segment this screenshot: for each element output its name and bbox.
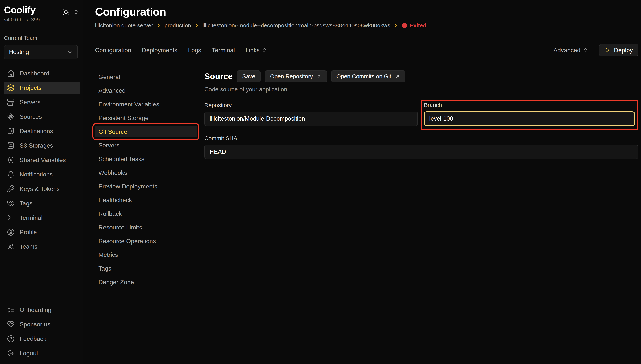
server-icon: [7, 98, 15, 106]
logo-block: Coolify v4.0.0-beta.399: [4, 5, 40, 23]
sidebar-item-teams[interactable]: Teams: [4, 240, 80, 253]
section-title: Source: [204, 72, 233, 81]
parentheses-x-icon: [7, 156, 15, 164]
sidebar-item-servers[interactable]: Servers: [4, 96, 80, 108]
sidebar-item-label: Shared Variables: [20, 156, 66, 164]
settings-nav-item-git-source[interactable]: Git Source: [95, 126, 197, 137]
settings-nav-item-tags[interactable]: Tags: [95, 263, 197, 274]
sidebar-item-shared-variables[interactable]: Shared Variables: [4, 154, 80, 166]
sidebar-item-label: Destinations: [20, 128, 53, 135]
settings-nav-item-scheduled-tasks[interactable]: Scheduled Tasks: [95, 153, 197, 165]
sidebar-item-terminal[interactable]: Terminal: [4, 212, 80, 224]
settings-nav-item-servers[interactable]: Servers: [95, 140, 197, 151]
settings-nav-item-resource-operations[interactable]: Resource Operations: [95, 236, 197, 247]
sidebar-item-profile[interactable]: Profile: [4, 226, 80, 238]
chevrons-up-down-icon[interactable]: [73, 9, 79, 15]
breadcrumb-application[interactable]: illicitestonion/-module--decomposition:m…: [202, 22, 390, 29]
sidebar-item-label: Terminal: [20, 214, 43, 221]
chevrons-up-down-icon: [583, 47, 588, 53]
sidebar-item-label: Sponsor us: [20, 321, 50, 328]
tab-deployments[interactable]: Deployments: [142, 47, 177, 54]
advanced-menu[interactable]: Advanced: [553, 47, 588, 54]
chevron-down-icon: [67, 49, 73, 55]
sidebar-footer-nav: Onboarding Sponsor us Feedback Logout: [4, 304, 80, 360]
users-icon: [7, 243, 15, 250]
sidebar-item-label: Profile: [20, 229, 37, 236]
settings-nav: General Advanced Environment Variables P…: [95, 70, 197, 364]
team-select[interactable]: Hosting: [4, 45, 78, 59]
sidebar-item-label: S3 Storages: [20, 142, 53, 149]
sidebar-item-logout[interactable]: Logout: [4, 347, 80, 360]
sidebar-item-projects[interactable]: Projects: [4, 82, 80, 94]
settings-nav-item-environment-variables[interactable]: Environment Variables: [95, 98, 197, 110]
sidebar-item-label: Notifications: [20, 171, 53, 178]
commit-sha-input[interactable]: [204, 144, 638, 159]
app-logo[interactable]: Coolify: [4, 5, 40, 16]
settings-nav-item-persistent-storage[interactable]: Persistent Storage: [95, 112, 197, 124]
commit-sha-field: Commit SHA: [204, 135, 638, 159]
sidebar-item-sources[interactable]: Sources: [4, 110, 80, 123]
sidebar-item-s3-storages[interactable]: S3 Storages: [4, 139, 80, 152]
branch-input-value: level-100: [429, 115, 453, 122]
team-select-value: Hosting: [9, 49, 29, 56]
map-icon: [7, 127, 15, 135]
settings-nav-item-resource-limits[interactable]: Resource Limits: [95, 222, 197, 233]
sun-icon[interactable]: [62, 8, 70, 16]
repository-input[interactable]: [204, 112, 418, 126]
sidebar-item-notifications[interactable]: Notifications: [4, 168, 80, 181]
sidebar-item-label: Onboarding: [20, 306, 51, 314]
main-content: Configuration illicitonion quote server …: [83, 0, 641, 364]
settings-nav-item-rollback[interactable]: Rollback: [95, 208, 197, 220]
tab-logs[interactable]: Logs: [188, 47, 201, 54]
repository-field: Repository: [204, 102, 418, 126]
breadcrumb-project[interactable]: illicitonion quote server: [95, 22, 153, 29]
source-section-header: Source Save Open Repository Open Commits…: [204, 70, 638, 82]
open-repository-button[interactable]: Open Repository: [265, 70, 327, 82]
settings-nav-item-general[interactable]: General: [95, 71, 197, 83]
settings-nav-item-advanced[interactable]: Advanced: [95, 85, 197, 96]
page-title: Configuration: [95, 5, 638, 18]
logout-icon: [7, 349, 15, 357]
git-source-panel: Source Save Open Repository Open Commits…: [197, 70, 638, 364]
external-link-icon: [317, 74, 322, 79]
sidebar-item-feedback[interactable]: Feedback: [4, 332, 80, 345]
sidebar-item-tags[interactable]: Tags: [4, 197, 80, 210]
branch-label: Branch: [424, 102, 635, 108]
tab-configuration[interactable]: Configuration: [95, 47, 131, 54]
branch-field: Branch level-100: [424, 102, 635, 126]
tab-links[interactable]: Links: [245, 47, 267, 54]
sidebar-item-label: Logout: [20, 350, 38, 357]
settings-nav-item-healthcheck[interactable]: Healthcheck: [95, 194, 197, 206]
settings-nav-item-preview-deployments[interactable]: Preview Deployments: [95, 181, 197, 192]
sidebar-item-label: Tags: [20, 200, 33, 207]
sidebar-item-destinations[interactable]: Destinations: [4, 125, 80, 137]
settings-nav-item-metrics[interactable]: Metrics: [95, 249, 197, 260]
sidebar-item-onboarding[interactable]: Onboarding: [4, 304, 80, 316]
save-button[interactable]: Save: [237, 70, 260, 82]
app-version: v4.0.0-beta.399: [4, 17, 40, 23]
tab-terminal[interactable]: Terminal: [212, 47, 235, 54]
open-commits-button[interactable]: Open Commits on Git: [331, 70, 405, 82]
sidebar-item-sponsor-us[interactable]: Sponsor us: [4, 318, 80, 330]
external-link-icon: [395, 74, 400, 79]
chevrons-up-down-icon: [262, 47, 267, 53]
settings-nav-item-webhooks[interactable]: Webhooks: [95, 167, 197, 178]
sidebar-item-keys-tokens[interactable]: Keys & Tokens: [4, 182, 80, 195]
sidebar-item-label: Servers: [20, 99, 41, 106]
sidebar-item-label: Sources: [20, 113, 42, 120]
app-root: Coolify v4.0.0-beta.399 Current Team Hos…: [0, 0, 641, 364]
help-circle-icon: [7, 335, 15, 342]
database-icon: [7, 142, 15, 149]
deploy-button[interactable]: Deploy: [599, 44, 638, 56]
sidebar: Coolify v4.0.0-beta.399 Current Team Hos…: [0, 0, 83, 364]
settings-nav-item-danger-zone[interactable]: Danger Zone: [95, 276, 197, 288]
branch-input[interactable]: level-100: [424, 111, 635, 126]
git-source-icon: [7, 113, 15, 120]
home-icon: [7, 70, 15, 77]
sidebar-item-dashboard[interactable]: Dashboard: [4, 67, 80, 80]
status-badge: Exited: [402, 22, 426, 29]
terminal-icon: [7, 214, 15, 222]
section-description: Code source of your application.: [204, 86, 638, 93]
breadcrumb-environment[interactable]: production: [164, 22, 191, 29]
sidebar-item-label: Keys & Tokens: [20, 186, 60, 192]
